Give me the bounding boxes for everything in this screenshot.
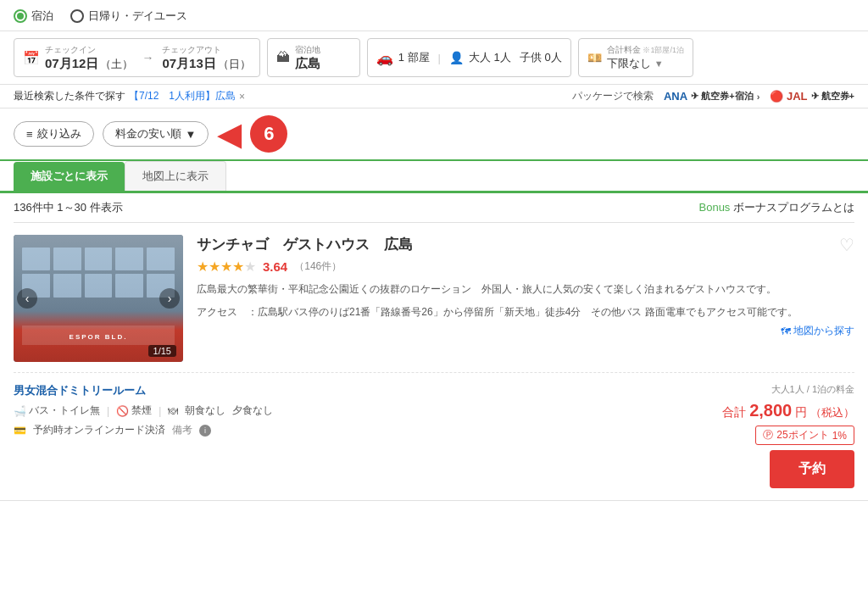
view-tabs: 施設ごとに表示 地図上に表示 (0, 161, 868, 193)
results-info-bar: 136件中 1～30 件表示 Bonus ボーナスプログラムとは (0, 193, 868, 222)
price-icon: 💴 (587, 51, 602, 64)
dest-label: 宿泊地 (295, 44, 320, 56)
package-area: パッケージで検索 ANA ✈ 航空券+宿泊 › 🔴 JAL ✈ 航空券+ (572, 89, 854, 103)
points-row: Ⓟ 25ポイント 1% (755, 426, 854, 445)
checkin-label: チェックイン (45, 44, 133, 56)
filter-button[interactable]: ≡ 絞り込み (14, 121, 94, 147)
stay-option[interactable]: 宿泊 (14, 8, 53, 24)
dayuse-radio[interactable] (70, 9, 84, 23)
bonus-area: Bonus ボーナスプログラムとは (699, 200, 855, 215)
favorite-button[interactable]: ♡ (839, 235, 854, 255)
checkin-day: （土） (100, 57, 133, 72)
adults-value: 大人 1人 (469, 50, 511, 65)
ana-suffix: ✈ 航空券+宿泊 (691, 90, 754, 103)
tab-map-view[interactable]: 地図上に表示 (125, 161, 226, 191)
payment-icon: 💳 (14, 425, 26, 437)
book-button[interactable]: 予約 (770, 450, 854, 488)
hotel-access: アクセス ：広島駅バス停のりば21番「路線番号26」から停留所「新天地」徒歩4分… (197, 304, 854, 320)
destination-icon: 🏔 (276, 50, 290, 65)
filter-label: 絞り込み (37, 126, 81, 142)
info-icon[interactable]: i (199, 425, 211, 437)
note-label: 備考 (172, 423, 192, 437)
hotel-access-block: アクセス ：広島駅バス停のりば21番「路線番号26」から停留所「新天地」徒歩4分… (197, 304, 854, 320)
jal-logo: 🔴 JAL (770, 90, 807, 103)
image-prev-button[interactable]: ‹ (17, 288, 37, 309)
date-arrow-icon: → (142, 51, 153, 64)
rooms-icon: 🚗 (376, 50, 393, 66)
ana-package[interactable]: ANA ✈ 航空券+宿泊 › (664, 90, 760, 103)
hotel-rating-count: （146件） (294, 259, 342, 274)
date-field[interactable]: 📅 チェックイン 07月12日 （土） → チェックアウト 07月13日 （日） (14, 38, 260, 77)
price-prefix: 合計 (722, 405, 746, 419)
meal-icon-area: 🍽 (168, 405, 178, 417)
dayuse-label: 日帰り・デイユース (88, 8, 187, 24)
dest-value: 広島 (295, 56, 320, 72)
hotel-description: 広島最大の繁華街・平和記念公園近くの抜群のロケーション 外国人・旅人に人気の安く… (197, 281, 854, 298)
tab-facility-view[interactable]: 施設ごとに表示 (14, 162, 125, 191)
hotel-info: サンチャゴ ゲストハウス 広島 ♡ ★★★★★ 3.64 （146件） 広島最大… (197, 235, 854, 362)
payment-label: 予約時オンラインカード決済 (33, 423, 165, 437)
no-smoking-icon: 🚫 (116, 405, 129, 417)
sort-label: 料金の安い順 (115, 126, 181, 142)
sep1: | (438, 52, 441, 64)
dinner-label: 夕食なし (232, 403, 273, 418)
filter-icon: ≡ (26, 128, 33, 141)
price-label: 合計料金 ※1部屋/1泊 (607, 44, 684, 56)
search-bar: 📅 チェックイン 07月12日 （土） → チェックアウト 07月13日 （日）… (0, 31, 868, 85)
jal-package[interactable]: 🔴 JAL ✈ 航空券+ (770, 90, 854, 103)
filter-bar: ≡ 絞り込み 料金の安い順 ▼ ◀ 6 (0, 108, 868, 161)
room-amenities: 🛁 バス・トイレ無 | 🚫 禁煙 | 🍽 朝食なし 夕食なし (14, 403, 668, 418)
jal-suffix: ✈ 航空券+ (811, 90, 855, 103)
checkout-date: 07月13日 (162, 56, 215, 72)
rooms-field[interactable]: 🚗 1 部屋 | 👤 大人 1人 子供 0人 (367, 38, 571, 77)
price-dropdown-icon[interactable]: ▼ (654, 58, 664, 69)
price-field[interactable]: 💴 合計料金 ※1部屋/1泊 下限なし ▼ (578, 38, 693, 77)
person-icon: 👤 (449, 51, 464, 64)
image-next-button[interactable]: › (159, 288, 180, 309)
map-link-icon: 🗺 (781, 325, 791, 337)
hotel-image: ESPOR BLD. (14, 235, 183, 362)
points-value: 25ポイント (776, 428, 828, 442)
total-price: 合計 2,800 円 （税込） (722, 401, 854, 420)
price-per-night-label: 大人1人 / 1泊の料金 (771, 383, 854, 396)
stay-radio[interactable] (14, 9, 27, 23)
hotel-image-wrap: ESPOR BLD. 1/15 ‹ › (14, 235, 183, 362)
price-block: 合計料金 ※1部屋/1泊 下限なし ▼ (607, 44, 684, 71)
sort-button[interactable]: 料金の安い順 ▼ (103, 121, 209, 147)
price-amount: 2,800 (749, 401, 792, 420)
smoking-label: 禁煙 (131, 403, 152, 418)
ana-arrow: › (757, 92, 760, 102)
dayuse-option[interactable]: 日帰り・デイユース (70, 8, 187, 24)
children-value: 子供 0人 (520, 50, 562, 65)
checkin-date: 07月12日 (45, 56, 98, 72)
bath-amenity: 🛁 バス・トイレ無 (14, 403, 100, 418)
hotel-card-inner: ESPOR BLD. 1/15 ‹ › サンチャゴ ゲストハウス 広島 ♡ ★★… (14, 235, 854, 362)
recent-close[interactable]: × (239, 91, 245, 103)
room-options: 💳 予約時オンラインカード決済 備考 i (14, 423, 668, 437)
smoking-amenity: 🚫 禁煙 (116, 403, 152, 418)
map-link-label: 地図から探す (793, 324, 854, 338)
checkout-day: （日） (218, 57, 251, 72)
room-type-label: 男女混合ドミトリールーム (14, 383, 668, 398)
checkout-label: チェックアウト (162, 44, 250, 56)
bath-label: バス・トイレ無 (29, 403, 100, 418)
points-icon: Ⓟ (763, 428, 773, 442)
breakfast-label: 朝食なし (185, 403, 225, 418)
map-link[interactable]: 🗺 地図から探す (781, 324, 854, 338)
destination-field[interactable]: 🏔 宿泊地 広島 (267, 38, 360, 77)
hotel-rating-row: ★★★★★ 3.64 （146件） (197, 259, 854, 275)
stay-label: 宿泊 (31, 8, 53, 24)
points-pct: 1% (832, 430, 847, 442)
room-price-area: 大人1人 / 1泊の料金 合計 2,800 円 （税込） Ⓟ 25ポイント 1%… (668, 383, 854, 488)
meal-icon: 🍽 (168, 405, 178, 417)
recent-link[interactable]: 【7/12 1人利用】広島 (129, 89, 236, 103)
pkg-label: パッケージで検索 (572, 89, 654, 103)
room-info-left: 男女混合ドミトリールーム 🛁 バス・トイレ無 | 🚫 禁煙 | 🍽 朝食なし 夕… (14, 383, 668, 488)
bonus-suffix: ボーナスプログラムとは (733, 201, 854, 214)
step-number-badge: 6 (250, 115, 287, 153)
bonus-label: Bonus (699, 201, 731, 214)
hotel-name-row: サンチャゴ ゲストハウス 広島 ♡ (197, 235, 854, 255)
recent-pkg-bar: 最近検索した条件で探す 【7/12 1人利用】広島 × パッケージで検索 ANA… (0, 85, 868, 108)
checkout-block: チェックアウト 07月13日 （日） (162, 44, 250, 72)
sort-area: 料金の安い順 ▼ ◀ 6 (103, 115, 288, 153)
